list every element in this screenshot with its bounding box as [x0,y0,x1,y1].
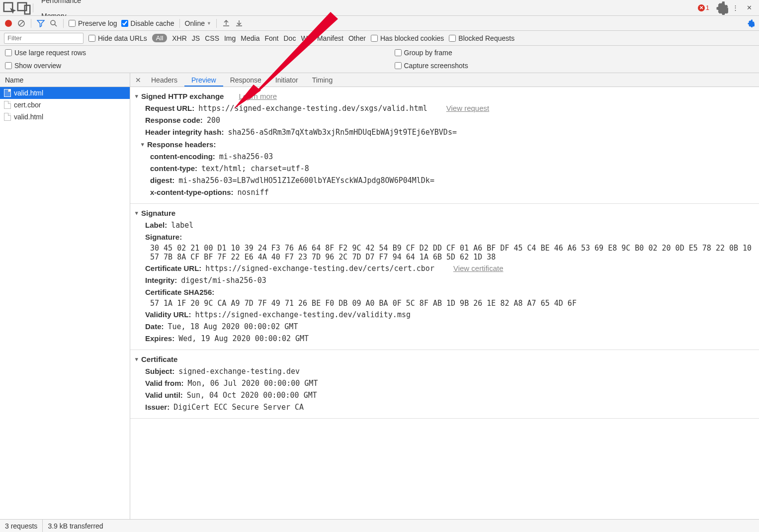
svg-point-5 [51,20,55,25]
large-rows-checkbox[interactable]: Use large request rows [5,49,365,57]
has-blocked-cookies-checkbox[interactable]: Has blocked cookies [371,34,444,42]
cert-sha256-label: Certificate SHA256: [145,288,214,296]
filter-type-media[interactable]: Media [241,34,259,42]
request-count: 3 requests [0,520,43,532]
request-url-label: Request URL: [145,104,194,113]
filter-type-manifest[interactable]: Manifest [317,34,343,42]
svg-line-4 [19,21,24,25]
settings-icon[interactable] [714,1,728,14]
hide-data-urls-checkbox[interactable]: Hide data URLs [88,34,147,42]
response-header-row: content-encoding:mi-sha256-03 [130,151,759,163]
view-certificate-link[interactable]: View certificate [453,264,504,273]
header-name: digest: [150,176,174,185]
detail-panel: ✕ HeadersPreviewResponseInitiatorTiming … [130,73,759,519]
filter-type-ws[interactable]: WS [301,34,312,42]
valid-until-value: Sun, 04 Oct 2020 00:00:00 GMT [187,391,317,400]
record-button[interactable] [4,19,13,28]
filter-type-other[interactable]: Other [348,34,366,42]
valid-from-value: Mon, 06 Jul 2020 00:00:00 GMT [188,379,318,388]
capture-screenshots-checkbox[interactable]: Capture screenshots [395,62,755,70]
error-count[interactable]: 1 [706,4,709,11]
view-request-link[interactable]: View request [446,104,489,113]
header-integrity-value: sha256-aSdRm3m7qXtaWb3xjRn5mHDUqEbWAj9t9… [228,128,457,137]
request-name: cert.cbor [14,101,41,109]
filter-type-font[interactable]: Font [264,34,278,42]
request-item[interactable]: valid.html [0,87,130,99]
signature-section: Signature Label:label Signature: 30 45 0… [130,204,759,350]
transferred-size: 3.9 kB transferred [43,520,108,532]
header-value: nosniff [237,188,268,197]
filter-type-js[interactable]: JS [192,34,200,42]
network-settings-icon[interactable] [746,19,755,28]
header-name: content-type: [150,164,197,173]
error-icon[interactable]: ✕ [698,4,705,11]
detail-tab-headers[interactable]: Headers [144,73,184,87]
tab-performance[interactable]: Performance [35,0,104,8]
validity-url-value: https://signed-exchange-testing.dev/vali… [195,310,411,319]
subject-label: Subject: [145,367,174,376]
detail-tab-response[interactable]: Response [223,73,268,87]
close-icon[interactable]: ✕ [742,1,756,14]
header-integrity-label: Header integrity hash: [145,128,224,137]
name-column-header[interactable]: Name [0,73,130,87]
filter-type-doc[interactable]: Doc [283,34,296,42]
detail-tab-initiator[interactable]: Initiator [268,73,305,87]
device-toggle-icon[interactable] [17,1,31,14]
filter-type-img[interactable]: Img [224,34,236,42]
file-icon [4,113,11,121]
signature-label: Signature: [145,233,182,241]
certificate-section: Certificate Subject:signed-exchange-test… [130,350,759,419]
request-url-value: https://signed-exchange-testing.dev/sxgs… [198,104,427,113]
cert-url-label: Certificate URL: [145,264,201,273]
close-detail-icon[interactable]: ✕ [132,76,144,84]
header-value: mi-sha256-03 [219,152,273,161]
request-list: Name valid.htmlcert.cborvalid.html [0,73,130,519]
integrity-label: Integrity: [145,276,177,285]
label-value: label [171,221,193,230]
response-code-label: Response code: [145,116,203,125]
more-icon[interactable]: ⋮ [728,1,742,14]
detail-tab-bar: ✕ HeadersPreviewResponseInitiatorTiming [130,73,759,87]
clear-icon[interactable] [17,19,26,28]
filter-type-all[interactable]: All [152,34,167,42]
download-icon[interactable] [235,19,244,28]
filter-type-css[interactable]: CSS [205,34,219,42]
expires-label: Expires: [145,334,174,343]
search-icon[interactable] [49,19,58,28]
preserve-log-checkbox[interactable]: Preserve log [69,19,117,27]
filter-input[interactable] [4,33,84,44]
label-label: Label: [145,221,167,230]
detail-tab-timing[interactable]: Timing [305,73,340,87]
group-by-frame-checkbox[interactable]: Group by frame [395,49,755,57]
valid-until-label: Valid until: [145,391,183,400]
learn-more-link[interactable]: Learn more [239,92,277,100]
sxg-section: Signed HTTP exchange Learn more Request … [130,87,759,204]
filter-icon[interactable] [36,19,45,28]
header-value: mi-sha256-03=LB7wdlHO51Z1Ze600lbYAEYsckW… [178,176,434,185]
disable-cache-checkbox[interactable]: Disable cache [121,19,174,27]
signature-hex: 30 45 02 21 00 D1 10 39 24 F3 76 A6 64 8… [130,243,759,263]
issuer-value: DigiCert ECC Secure Server CA [173,403,304,412]
header-name: x-content-type-options: [150,188,233,197]
integrity-value: digest/mi-sha256-03 [181,276,266,285]
sxg-section-title: Signed HTTP exchange [141,92,224,100]
throttling-select[interactable]: Online▼ [185,19,211,27]
request-name: valid.html [14,113,43,121]
view-options: Use large request rows Show overview Gro… [0,46,759,73]
request-item[interactable]: cert.cbor [0,99,130,111]
request-item[interactable]: valid.html [0,111,130,123]
show-overview-checkbox[interactable]: Show overview [5,62,365,70]
detail-tab-preview[interactable]: Preview [184,73,223,87]
response-headers-title: Response headers: [130,138,759,151]
svg-line-6 [55,24,57,26]
filter-type-xhr[interactable]: XHR [172,34,187,42]
valid-from-label: Valid from: [145,379,184,388]
status-bar: 3 requests 3.9 kB transferred [0,519,759,532]
divider [33,3,33,12]
inspect-icon[interactable] [3,1,17,14]
file-icon [4,101,11,109]
response-code-value: 200 [207,116,220,125]
response-header-row: digest:mi-sha256-03=LB7wdlHO51Z1Ze600lbY… [130,175,759,186]
upload-icon[interactable] [222,19,231,28]
blocked-requests-checkbox[interactable]: Blocked Requests [449,34,514,42]
